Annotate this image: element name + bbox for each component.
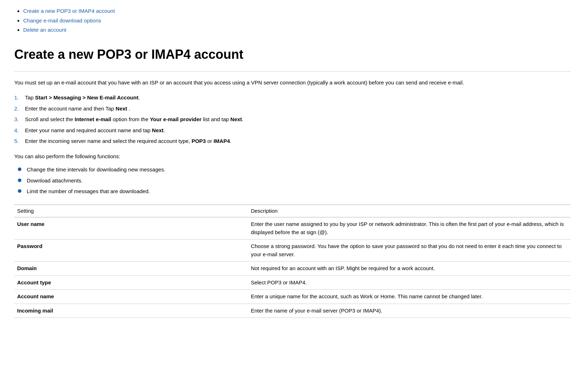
also-paragraph: You can also perform the following funct… (14, 153, 571, 161)
step-5-text: Enter the incoming server name and selec… (25, 137, 232, 145)
table-row: Incoming mail Enter the name of your e-m… (14, 304, 571, 318)
change-download-link[interactable]: Change e-mail download options (23, 17, 101, 24)
top-link-item-delete[interactable]: Delete an account (23, 26, 571, 34)
table-cell-setting-incoming-mail: Incoming mail (14, 304, 248, 318)
step-3: 3. Scroll and select the Internet e-mail… (14, 115, 571, 124)
step-5: 5. Enter the incoming server name and se… (14, 137, 571, 145)
steps-list: 1. Tap Start > Messaging > New E-mail Ac… (14, 94, 571, 145)
step-4-number: 4. (14, 127, 25, 135)
intro-paragraph: You must set up an e-mail account that y… (14, 79, 571, 87)
table-header-row: Setting Description (14, 205, 571, 217)
table-cell-setting-account-type: Account type (14, 275, 248, 290)
step-4-text: Enter your name and required account nam… (25, 127, 165, 135)
table-cell-setting-account-name: Account name (14, 290, 248, 304)
table-row: User name Enter the user name assigned t… (14, 217, 571, 239)
step-2: 2. Enter the account name and then Tap N… (14, 105, 571, 113)
bullet-item-3-text: Limit the number of messages that are do… (27, 187, 150, 196)
table-cell-desc-password: Choose a strong password. You have the o… (248, 239, 571, 262)
table-cell-desc-username: Enter the user name assigned to you by y… (248, 217, 571, 239)
title-divider (14, 71, 571, 72)
table-row: Password Choose a strong password. You h… (14, 239, 571, 262)
step-1-number: 1. (14, 94, 25, 102)
bullet-dot-2 (18, 179, 21, 182)
table-header-setting: Setting (14, 205, 248, 217)
step-3-number: 3. (14, 115, 25, 124)
bullet-list: Change the time intervals for downloadin… (14, 166, 571, 196)
table-cell-setting-username: User name (14, 217, 248, 239)
top-links-list: Create a new POP3 or IMAP4 account Chang… (14, 7, 571, 34)
table-cell-setting-password: Password (14, 239, 248, 262)
step-2-text: Enter the account name and then Tap Next… (25, 105, 130, 113)
delete-account-link[interactable]: Delete an account (23, 27, 66, 33)
step-2-number: 2. (14, 105, 25, 113)
bullet-item-1-text: Change the time intervals for downloadin… (27, 166, 166, 174)
step-5-number: 5. (14, 137, 25, 145)
bullet-item-2: Download attachments. (18, 177, 571, 185)
bullet-dot-3 (18, 189, 21, 193)
settings-table: Setting Description User name Enter the … (14, 205, 571, 318)
top-navigation: Create a new POP3 or IMAP4 account Chang… (14, 7, 571, 34)
table-cell-setting-domain: Domain (14, 262, 248, 276)
step-4: 4. Enter your name and required account … (14, 127, 571, 135)
table-row: Domain Not required for an account with … (14, 262, 571, 276)
table-cell-desc-incoming-mail: Enter the name of your e-mail server (PO… (248, 304, 571, 318)
bullet-item-3: Limit the number of messages that are do… (18, 187, 571, 196)
top-link-item-create[interactable]: Create a new POP3 or IMAP4 account (23, 7, 571, 15)
bullet-dot-1 (18, 167, 21, 171)
bullet-item-1: Change the time intervals for downloadin… (18, 166, 571, 174)
step-1-text: Tap Start > Messaging > New E-mail Accou… (25, 94, 140, 102)
table-cell-desc-account-name: Enter a unique name for the account, suc… (248, 290, 571, 304)
page-title: Create a new POP3 or IMAP4 account (14, 45, 571, 64)
table-header-description: Description (248, 205, 571, 217)
step-1: 1. Tap Start > Messaging > New E-mail Ac… (14, 94, 571, 102)
bullet-item-2-text: Download attachments. (27, 177, 83, 185)
table-cell-desc-account-type: Select POP3 or IMAP4. (248, 275, 571, 290)
top-link-item-change[interactable]: Change e-mail download options (23, 17, 571, 25)
table-cell-desc-domain: Not required for an account with an ISP.… (248, 262, 571, 276)
table-row: Account type Select POP3 or IMAP4. (14, 275, 571, 290)
create-account-link[interactable]: Create a new POP3 or IMAP4 account (23, 8, 115, 14)
table-row: Account name Enter a unique name for the… (14, 290, 571, 304)
step-3-text: Scroll and select the Internet e-mail op… (25, 115, 244, 124)
